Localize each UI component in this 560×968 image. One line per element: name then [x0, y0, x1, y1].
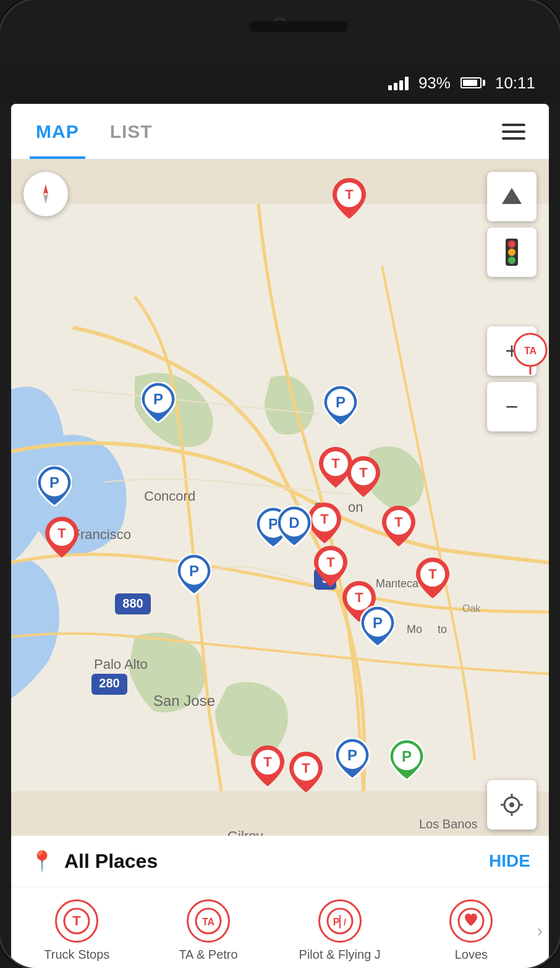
truck-pin-2[interactable]: T [45, 517, 78, 560]
svg-text:P: P [49, 474, 59, 491]
truck-pin-5[interactable]: T [382, 506, 415, 549]
compass[interactable] [23, 172, 68, 216]
svg-text:P: P [336, 394, 346, 410]
location-pin-icon: 📍 [30, 849, 54, 873]
svg-text:P: P [333, 917, 339, 927]
tab-map[interactable]: MAP [30, 104, 85, 159]
pilot-icon: P / [318, 899, 362, 943]
loves-label: Loves [455, 948, 488, 962]
parking-pin-6[interactable]: P [360, 606, 395, 649]
app-screen: MAP LIST [11, 104, 549, 968]
svg-text:Palo Alto: Palo Alto [94, 656, 148, 672]
svg-text:T: T [394, 514, 403, 530]
svg-text:T: T [345, 187, 354, 202]
svg-text:Los Banos: Los Banos [419, 817, 478, 831]
svg-point-28 [508, 257, 515, 264]
parking-pin-5[interactable]: P [177, 554, 211, 597]
svg-text:T: T [331, 456, 340, 471]
all-places-bar: 📍 All Places HIDE [11, 836, 549, 887]
ta-pin-edge: TA [512, 333, 549, 376]
svg-text:P: P [189, 563, 199, 579]
svg-text:280: 280 [99, 676, 119, 690]
parking-pin-1[interactable]: P [141, 382, 176, 425]
bottom-panel: 📍 All Places HIDE T Truck Stops [11, 836, 549, 968]
parking-pin-d[interactable]: D [277, 506, 312, 549]
svg-text:880: 880 [122, 597, 143, 610]
svg-text:/: / [344, 917, 346, 927]
terrain-button[interactable] [487, 172, 537, 221]
svg-text:Gilroy: Gilroy [227, 828, 263, 836]
status-bar: 93% 10:11 [0, 62, 560, 104]
svg-text:T: T [302, 760, 310, 776]
bottom-tabs: T Truck Stops TA TA & Petro [11, 887, 549, 968]
truck-pin-stacked[interactable]: T [314, 546, 347, 589]
battery-percent: 93% [418, 74, 451, 93]
signal-bar-3 [399, 80, 403, 90]
svg-text:T: T [263, 754, 272, 770]
nav-tabs: MAP LIST [11, 104, 549, 159]
svg-text:Oak: Oak [462, 603, 481, 614]
clock: 10:11 [495, 74, 535, 93]
svg-marker-23 [43, 194, 48, 204]
signal-bar-1 [388, 85, 392, 90]
svg-text:Manteca: Manteca [376, 577, 419, 590]
svg-text:T: T [57, 525, 66, 541]
hamburger-line-1 [502, 124, 525, 126]
parking-pin-2[interactable]: P [323, 385, 358, 428]
svg-text:T: T [326, 554, 335, 570]
hide-button[interactable]: HIDE [489, 851, 530, 871]
truck-pin-10[interactable]: T [289, 752, 323, 795]
all-places-label: All Places [64, 850, 479, 873]
parking-pin-7[interactable]: P [335, 738, 370, 781]
svg-marker-22 [43, 184, 48, 194]
tab-list[interactable]: LIST [104, 104, 159, 159]
map-container[interactable]: 880 280 5 Concord an Francisco Sto on Ma… [11, 159, 549, 836]
battery-icon [460, 77, 485, 88]
map-controls [487, 172, 537, 277]
parking-pin-3[interactable]: P [37, 465, 72, 509]
svg-marker-24 [502, 188, 522, 204]
svg-text:P: P [153, 391, 163, 407]
pilot-label: Pilot & Flying J [299, 948, 381, 962]
ta-petro-icon: TA [187, 899, 230, 943]
tab-truck-stops[interactable]: T Truck Stops [11, 899, 143, 962]
loves-icon [449, 899, 493, 943]
signal-bar-4 [405, 77, 409, 90]
svg-text:T: T [428, 566, 437, 582]
svg-text:to: to [438, 623, 447, 635]
chevron-right-icon: › [537, 921, 549, 941]
svg-text:Concord: Concord [144, 488, 195, 504]
signal-bar-2 [394, 83, 397, 90]
tab-pilot-flying-j[interactable]: P / Pilot & Flying J [274, 899, 405, 962]
svg-text:P: P [373, 614, 383, 631]
signal-bars [388, 75, 409, 90]
phone-frame: 93% 10:11 MAP LIST [0, 0, 560, 968]
hamburger-line-2 [502, 130, 525, 133]
svg-point-26 [508, 240, 515, 248]
svg-point-27 [508, 248, 515, 256]
svg-text:T: T [359, 465, 368, 480]
tab-loves[interactable]: Loves [405, 899, 537, 962]
truck-pin-6[interactable]: T [308, 503, 341, 546]
svg-text:T: T [355, 590, 363, 605]
zoom-out-button[interactable]: − [487, 382, 537, 431]
location-button[interactable] [487, 780, 537, 830]
traffic-button[interactable] [487, 227, 537, 277]
ta-petro-label: TA & Petro [179, 948, 237, 962]
truck-pin-7[interactable]: T [416, 558, 449, 601]
svg-point-30 [509, 802, 514, 807]
svg-text:TA: TA [524, 346, 537, 356]
svg-text:T: T [73, 913, 82, 928]
svg-text:TA: TA [202, 917, 215, 927]
tab-ta-petro[interactable]: TA TA & Petro [143, 899, 274, 962]
menu-button[interactable] [497, 119, 530, 145]
pilot-pin[interactable]: P [389, 739, 424, 783]
truck-stops-label: Truck Stops [44, 948, 109, 962]
truck-pin-4[interactable]: T [347, 456, 380, 499]
svg-text:D: D [289, 514, 299, 531]
svg-text:P: P [402, 748, 412, 765]
truck-pin-1[interactable]: T [333, 178, 366, 221]
hamburger-line-3 [502, 137, 525, 140]
truck-stops-icon: T [55, 899, 98, 943]
truck-pin-9[interactable]: T [251, 745, 284, 789]
